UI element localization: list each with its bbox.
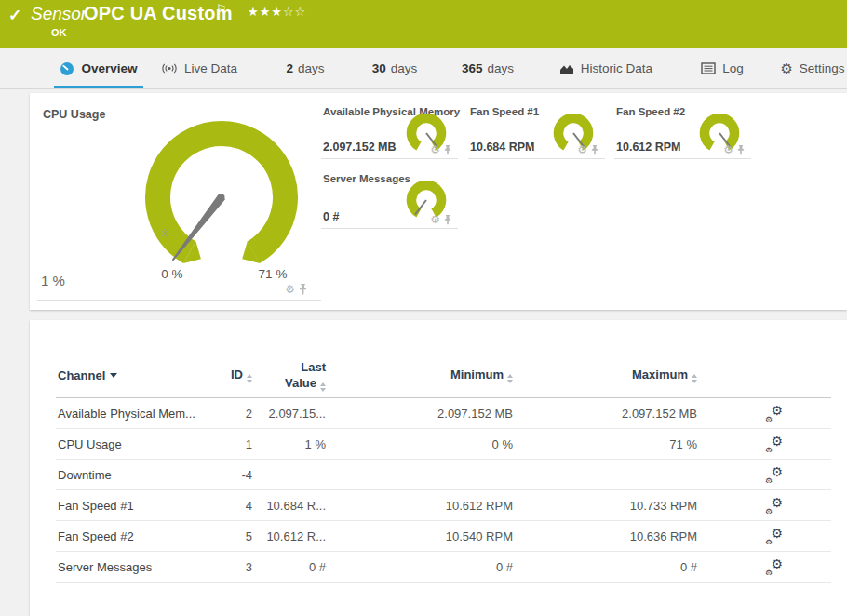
gauge-settings-icon[interactable]: ⚙	[285, 284, 295, 295]
gauge-settings-icon[interactable]: ⚙	[723, 144, 733, 155]
tab-historic-data[interactable]: Historic Data	[555, 48, 657, 88]
channel-settings-icon[interactable]: ⚙⚙	[765, 529, 783, 544]
cell-channel[interactable]: Fan Speed #2	[56, 529, 197, 543]
column-header-maximum[interactable]: Maximum	[515, 368, 699, 383]
column-header-label: Channel	[58, 368, 105, 382]
column-header-id[interactable]: ID	[197, 368, 254, 383]
channel-table: Channel ID Last Value Minimum Maximum Av…	[56, 354, 831, 583]
cell-channel[interactable]: Server Messages	[56, 560, 197, 574]
sensor-header: ✓ Sensor OPC UA Custom ⚐ ★★★☆☆ OK	[0, 0, 847, 48]
tab-label: days	[391, 61, 418, 75]
column-header-minimum[interactable]: Minimum	[328, 368, 515, 383]
flag-icon[interactable]: ⚐	[216, 2, 227, 16]
column-header-channel[interactable]: Channel	[56, 368, 197, 382]
cell-channel[interactable]: Fan Speed #1	[56, 499, 197, 513]
table-row[interactable]: Fan Speed #1 4 10.684 R... 10.612 RPM 10…	[56, 490, 831, 521]
sensor-title: OPC UA Custom	[84, 3, 233, 24]
cell-minimum: 0 %	[328, 437, 515, 451]
stars-filled[interactable]: ★★★	[248, 5, 283, 19]
sort-icon	[692, 374, 697, 383]
tab-label: Historic Data	[581, 61, 652, 75]
cell-id: 2	[197, 407, 254, 421]
gauge-settings-icon[interactable]: ⚙	[430, 144, 440, 155]
tab-2-days[interactable]: 2 days	[279, 48, 331, 88]
gauges-panel: CPU Usage x̄ 0 % 71 % 1 % ⚙ Available Ph…	[30, 93, 847, 310]
cell-last-value: 10.612 R...	[254, 529, 328, 543]
gear-icon: ⚙	[780, 61, 792, 75]
tab-label: days	[298, 61, 325, 75]
pin-icon[interactable]	[736, 144, 746, 155]
table-row[interactable]: Fan Speed #2 5 10.612 R... 10.540 RPM 10…	[56, 521, 831, 552]
gauge-cell-server-messages[interactable]: Server Messages 0 # ⚙	[321, 160, 458, 229]
tab-number: 30	[372, 61, 386, 75]
gauge-current-value: 10.612 RPM	[616, 141, 680, 154]
column-header-label: Last	[256, 359, 326, 376]
gauge-avg-marker: x̄	[162, 227, 168, 238]
column-header-label: Value	[285, 376, 316, 390]
gauge-current-value: 2.097.152 MB	[323, 141, 397, 154]
pin-icon[interactable]	[443, 144, 452, 155]
log-icon	[701, 62, 716, 74]
cell-minimum: 0 #	[328, 560, 515, 574]
cell-maximum: 2.097.152 MB	[515, 407, 699, 421]
tab-bar: Overview Live Data 2 days 30 days 365 da…	[0, 48, 847, 89]
pin-icon[interactable]	[298, 283, 308, 295]
status-check-icon: ✓	[8, 6, 21, 25]
tab-365-days[interactable]: 365 days	[454, 48, 521, 88]
tab-30-days[interactable]: 30 days	[365, 48, 424, 88]
tab-overview[interactable]: Overview	[54, 48, 143, 88]
channel-settings-icon[interactable]: ⚙⚙	[765, 406, 783, 422]
channel-settings-icon[interactable]: ⚙⚙	[765, 559, 783, 575]
cell-id: 4	[197, 499, 254, 513]
historic-chart-icon	[559, 62, 574, 75]
gauge-cell-memory[interactable]: Available Physical Memory 2.097.152 MB ⚙	[321, 93, 458, 159]
cell-id: 5	[197, 529, 254, 543]
cell-maximum: 0 #	[515, 560, 699, 574]
sort-icon	[247, 374, 252, 383]
gauge-settings-icon[interactable]: ⚙	[577, 144, 587, 155]
gauge-cell-fan2[interactable]: Fan Speed #2 10.612 RPM ⚙	[614, 93, 751, 159]
live-data-icon	[161, 61, 178, 75]
stars-empty[interactable]: ☆☆	[283, 5, 306, 19]
tab-number: 2	[286, 61, 293, 75]
cell-minimum: 10.540 RPM	[328, 529, 515, 543]
priority-stars[interactable]: ★★★☆☆	[248, 5, 306, 19]
table-row[interactable]: Available Physical Mem... 2 2.097.15... …	[56, 398, 831, 429]
gauge-cell-fan1[interactable]: Fan Speed #1 10.684 RPM ⚙	[468, 93, 605, 159]
tab-label: Overview	[81, 61, 137, 75]
cell-maximum: 10.636 RPM	[515, 529, 699, 543]
cell-id: 1	[197, 437, 254, 451]
column-header-last-value[interactable]: Last Value	[254, 359, 328, 393]
tab-label: days	[488, 61, 515, 75]
gauge-title: Fan Speed #1	[470, 106, 539, 117]
gauge-title: CPU Usage	[43, 108, 105, 121]
cell-last-value: 0 #	[254, 560, 328, 574]
channel-settings-icon[interactable]: ⚙⚙	[765, 467, 783, 483]
pin-icon[interactable]	[590, 144, 599, 155]
cpu-gauge-chart: x̄ 0 % 71 %	[141, 117, 302, 283]
table-row[interactable]: Server Messages 3 0 # 0 # 0 # ⚙⚙	[56, 552, 831, 583]
gauge-title: Server Messages	[323, 173, 410, 184]
channel-settings-icon[interactable]: ⚙⚙	[765, 498, 783, 514]
gauge-icon	[60, 61, 74, 76]
gauge-settings-icon[interactable]: ⚙	[430, 214, 440, 225]
tab-log[interactable]: Log	[694, 48, 750, 88]
table-row[interactable]: CPU Usage 1 1 % 0 % 71 % ⚙⚙	[56, 429, 831, 460]
sort-icon	[507, 374, 513, 383]
channel-settings-icon[interactable]: ⚙⚙	[765, 436, 783, 452]
gauge-current-value: 0 #	[323, 210, 339, 223]
tab-settings[interactable]: ⚙ Settings	[778, 48, 847, 88]
cell-maximum: 71 %	[515, 437, 699, 451]
table-row[interactable]: Downtime -4 ⚙⚙	[56, 460, 831, 490]
tab-live-data[interactable]: Live Data	[158, 48, 240, 88]
column-header-label: Maximum	[632, 368, 688, 382]
cell-channel[interactable]: CPU Usage	[56, 437, 197, 451]
cell-channel[interactable]: Available Physical Mem...	[56, 407, 197, 421]
sensor-kind-label: Sensor	[31, 4, 87, 24]
sort-desc-icon	[110, 373, 117, 378]
cell-channel[interactable]: Downtime	[56, 468, 197, 482]
column-header-label: ID	[231, 368, 243, 382]
gauge-cell-cpu-usage[interactable]: CPU Usage x̄ 0 % 71 % 1 % ⚙	[37, 93, 321, 301]
pin-icon[interactable]	[443, 214, 452, 225]
cell-last-value: 1 %	[254, 437, 328, 451]
